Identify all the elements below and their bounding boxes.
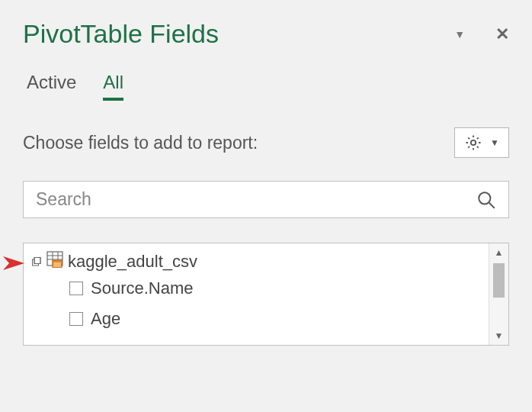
tab-active[interactable]: Active (27, 72, 76, 101)
table-icon (46, 251, 63, 272)
choose-fields-row: Choose fields to add to report: ▼ (23, 127, 509, 158)
field-label: Age (91, 309, 120, 329)
header: PivotTable Fields ▼ ✕ (23, 19, 509, 49)
svg-rect-12 (53, 262, 61, 267)
table-name-label: kaggle_adult_csv (68, 252, 197, 272)
pivot-table-fields-pane: PivotTable Fields ▼ ✕ Active All Choose … (0, 0, 532, 346)
field-list-content: kaggle_adult_csv Source.Name Age (24, 243, 489, 345)
collapse-toggle-icon[interactable] (31, 256, 42, 267)
pane-title: PivotTable Fields (23, 19, 219, 49)
tree-field-item[interactable]: Age (31, 309, 489, 329)
svg-point-0 (471, 140, 476, 145)
svg-point-1 (479, 192, 490, 204)
scroll-thumb[interactable] (493, 263, 505, 298)
scroll-down-arrow-icon[interactable]: ▼ (489, 327, 508, 345)
field-checkbox[interactable] (69, 312, 83, 326)
choose-fields-label: Choose fields to add to report: (23, 133, 258, 153)
field-checkbox[interactable] (69, 282, 83, 295)
scroll-up-arrow-icon[interactable]: ▲ (489, 243, 508, 262)
tools-caret-icon: ▼ (490, 137, 499, 148)
close-icon[interactable]: ✕ (495, 24, 509, 44)
tabs: Active All (23, 72, 509, 101)
tab-all[interactable]: All (103, 72, 123, 101)
search-box[interactable] (23, 181, 509, 218)
tree-field-item[interactable]: Source.Name (31, 278, 489, 298)
field-label: Source.Name (91, 278, 194, 298)
tools-button[interactable]: ▼ (454, 127, 509, 158)
header-dropdown-caret-icon[interactable]: ▼ (454, 28, 465, 40)
gear-icon (464, 134, 482, 152)
search-input[interactable] (36, 189, 476, 210)
header-controls: ▼ ✕ (454, 24, 509, 44)
field-list: kaggle_adult_csv Source.Name Age ▲ ▼ (23, 243, 509, 346)
tree-table-node[interactable]: kaggle_adult_csv (31, 249, 489, 274)
svg-rect-4 (34, 258, 40, 264)
scrollbar: ▲ ▼ (489, 243, 508, 345)
search-icon (476, 190, 496, 210)
svg-line-2 (489, 202, 495, 208)
scroll-track[interactable] (489, 262, 508, 327)
